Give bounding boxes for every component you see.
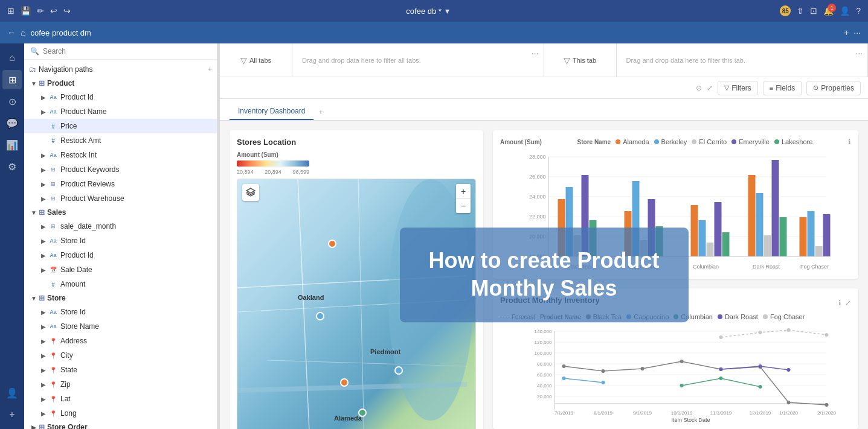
state-item[interactable]: ▶ 📍 State xyxy=(24,363,217,377)
sales-product-id-item[interactable]: ▶ Aa Product Id xyxy=(24,248,217,262)
map-layer-button[interactable] xyxy=(242,184,259,201)
svg-text:Fog Chaser: Fog Chaser xyxy=(800,264,829,270)
fields-button[interactable]: ≡ Fields xyxy=(763,81,802,95)
line-legend-fog-chaser: Fog Chaser xyxy=(763,313,805,320)
line-chart-svg: 140,000 120,000 100,000 80,000 60,000 40… xyxy=(500,325,851,422)
filter-btn-icon: ▽ xyxy=(724,84,729,92)
zoom-in-button[interactable]: + xyxy=(456,184,471,199)
search-input[interactable] xyxy=(43,47,211,56)
long-item[interactable]: ▶ 📍 Long xyxy=(24,406,217,421)
svg-text:120,000: 120,000 xyxy=(535,340,552,345)
grid-icon[interactable]: ⊞ xyxy=(7,6,14,16)
product-keywords-item[interactable]: ▶ ⊞ Product Keywords xyxy=(24,162,217,177)
rail-user-icon[interactable]: 👤 xyxy=(2,383,22,402)
expand-icon: ▶ xyxy=(39,307,48,317)
redo-icon[interactable]: ↪ xyxy=(63,6,71,16)
share-icon[interactable]: ⇧ xyxy=(797,6,804,16)
city-item[interactable]: ▶ 📍 City xyxy=(24,348,217,363)
add-tab-icon[interactable]: + xyxy=(844,28,849,37)
edit-icon[interactable]: ✏ xyxy=(37,6,44,16)
nav-paths-item[interactable]: 🗂 Navigation paths + xyxy=(24,62,217,77)
product-warehouse-item[interactable]: ▶ ⊞ Product Warehouse xyxy=(24,191,217,206)
nav-add-icon[interactable]: + xyxy=(208,65,212,74)
store-folder[interactable]: ▼ ⊞ Store xyxy=(24,291,217,305)
svg-text:28,000: 28,000 xyxy=(529,154,546,160)
svg-point-71 xyxy=(680,360,684,363)
heatmap-min: 20,894 xyxy=(237,169,254,175)
user-icon[interactable]: 👤 xyxy=(840,6,850,16)
line-chart-title: Product Monthly Inventory xyxy=(500,296,600,305)
product-id-item[interactable]: ▶ Aa Product Id xyxy=(24,90,217,104)
help-icon[interactable]: ? xyxy=(856,6,861,16)
rail-home-icon[interactable]: ⌂ xyxy=(2,48,22,68)
zip-item[interactable]: ▶ 📍 Zip xyxy=(24,377,217,392)
line-legend-black-tea: Black Tea xyxy=(586,313,622,320)
filters-button[interactable]: ▽ Filters xyxy=(718,81,758,95)
map-zoom-controls: + − xyxy=(456,184,471,213)
project-title: cofee product dm xyxy=(30,28,839,37)
fields-btn-icon: ≡ xyxy=(770,84,773,92)
restock-amt-item[interactable]: # Restock Amt xyxy=(24,133,217,148)
back-arrow-icon[interactable]: ← xyxy=(7,28,16,37)
rail-chat-icon[interactable]: 💬 xyxy=(2,113,22,133)
svg-text:Item Stock Date: Item Stock Date xyxy=(671,417,710,422)
properties-button[interactable]: ⊙ Properties xyxy=(806,81,861,95)
sales-folder[interactable]: ▼ ⊞ Sales xyxy=(24,206,217,219)
svg-text:18,000: 18,000 xyxy=(529,253,546,259)
all-tabs-drop[interactable]: Drag and drop data here to filter all ta… xyxy=(292,43,544,77)
lat-item[interactable]: ▶ 📍 Lat xyxy=(24,392,217,406)
rail-search-icon[interactable]: ⊙ xyxy=(2,92,22,111)
chevron-down-icon[interactable]: ▾ xyxy=(445,6,449,16)
sales-store-id-item[interactable]: ▶ Aa Store Id xyxy=(24,234,217,248)
all-tabs-more-icon[interactable]: ··· xyxy=(532,48,539,58)
sale-date-month-item[interactable]: ▶ ⊞ sale_date_month xyxy=(24,219,217,234)
store-folder-icon: ⊞ xyxy=(39,294,45,302)
layers-icon xyxy=(246,188,256,197)
product-name-item[interactable]: ▶ Aa Product Name xyxy=(24,104,217,119)
this-tab-more-icon[interactable]: ··· xyxy=(855,48,863,58)
location-icon: 📍 xyxy=(48,336,58,346)
amount-item[interactable]: # Amount xyxy=(24,277,217,291)
zoom-out-button[interactable]: − xyxy=(456,199,471,213)
address-item[interactable]: ▶ 📍 Address xyxy=(24,334,217,348)
home-icon[interactable]: ⌂ xyxy=(21,28,25,37)
store-name-item[interactable]: ▶ Aa Store Name xyxy=(24,319,217,334)
line-expand-icon[interactable]: ⤢ xyxy=(845,299,851,307)
this-tab-drop[interactable]: Drag and drop data here to filter this t… xyxy=(617,43,869,77)
more-options-icon[interactable]: ··· xyxy=(854,28,861,37)
abc-icon: Aa xyxy=(48,250,58,260)
drag-tab-text: Drag and drop data here to filter this t… xyxy=(626,57,746,64)
sale-date-item[interactable]: ▶ 📅 Sale Date xyxy=(24,262,217,277)
bell-notification[interactable]: 🔔 1 xyxy=(823,6,834,16)
rail-chart-icon[interactable]: 📊 xyxy=(2,135,22,154)
screen-icon[interactable]: ⊡ xyxy=(810,6,817,16)
save-icon[interactable]: 💾 xyxy=(21,6,31,16)
product-collapse-icon: ▼ xyxy=(29,78,39,88)
legend-berkeley-label: Berkeley xyxy=(661,138,687,145)
store-order-folder[interactable]: ▶ ⊞ Store Order xyxy=(24,421,217,429)
icon-rail: ⌂ ⊞ ⊙ 💬 📊 ⚙ 👤 + xyxy=(0,43,24,429)
amount-label: Amount xyxy=(60,280,212,288)
svg-text:11/1/2019: 11/1/2019 xyxy=(710,410,732,416)
svg-rect-25 xyxy=(632,181,640,256)
expand-icon: ▶ xyxy=(39,179,48,189)
measure-icon: # xyxy=(48,279,58,289)
store-id-item[interactable]: ▶ Aa Store Id xyxy=(24,305,217,319)
add-tab-button[interactable]: + xyxy=(313,104,327,120)
top-bar: ⊞ 💾 ✏ ↩ ↪ cofee db * ▾ 85 ⇧ ⊡ 🔔 1 👤 ? xyxy=(0,0,868,22)
svg-text:Black Tea: Black Tea xyxy=(567,264,591,270)
svg-rect-37 xyxy=(772,160,779,256)
rail-data-icon[interactable]: ⊞ xyxy=(2,70,22,89)
svg-text:Dark Roast: Dark Roast xyxy=(753,264,780,270)
product-reviews-item[interactable]: ▶ ⊞ Product Reviews xyxy=(24,177,217,191)
undo-icon[interactable]: ↩ xyxy=(50,6,57,16)
price-item[interactable]: # Price ··· xyxy=(24,119,217,133)
svg-text:40,000: 40,000 xyxy=(537,383,552,389)
restock-int-item[interactable]: ▶ Aa Restock Int xyxy=(24,148,217,162)
legend-alameda: Alameda xyxy=(616,138,649,145)
line-chart-card: Product Monthly Inventory ℹ ⤢ Forecast xyxy=(493,288,858,429)
rail-add-icon[interactable]: + xyxy=(2,405,22,424)
tab-inventory-dashboard[interactable]: Inventory Dashboard xyxy=(230,103,313,120)
product-folder[interactable]: ▼ ⊞ Product xyxy=(24,77,217,90)
rail-settings-icon[interactable]: ⚙ xyxy=(2,157,22,176)
